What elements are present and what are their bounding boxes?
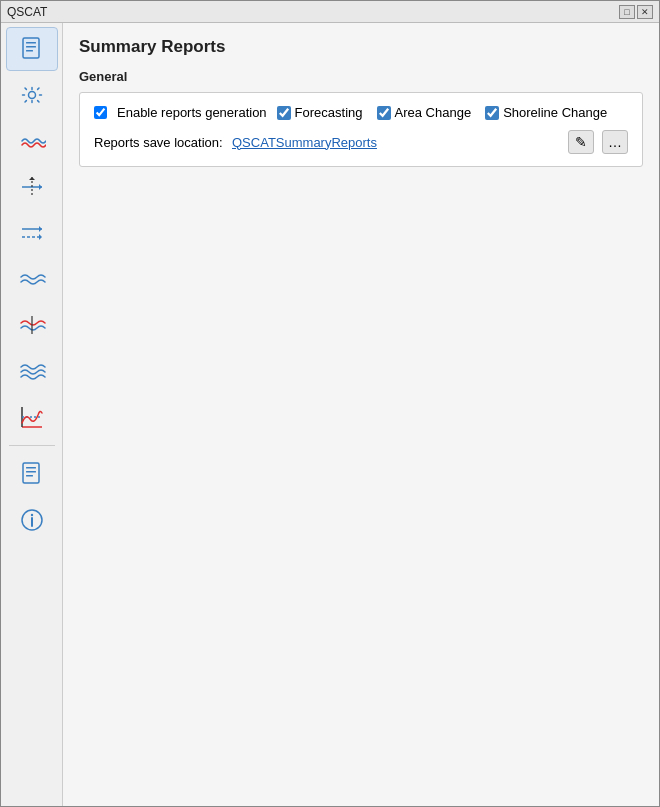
sidebar-item-summary[interactable]: [6, 452, 58, 496]
enable-reports-checkbox[interactable]: [94, 106, 107, 119]
save-location-link[interactable]: QSCATSummaryReports: [232, 135, 560, 150]
document-icon: [18, 35, 46, 63]
close-button[interactable]: ✕: [637, 5, 653, 19]
browse-location-button[interactable]: …: [602, 130, 628, 154]
window-title: QSCAT: [7, 5, 47, 19]
svg-rect-19: [26, 471, 36, 473]
svg-rect-2: [26, 46, 36, 48]
svg-marker-8: [29, 177, 35, 180]
page-title: Summary Reports: [79, 37, 643, 57]
report-types-row: Forecasting Area Change Shoreline Change: [277, 105, 608, 120]
titlebar-buttons: □ ✕: [619, 5, 653, 19]
edit-location-button[interactable]: ✎: [568, 130, 594, 154]
sidebar-item-wave3[interactable]: [6, 349, 58, 393]
svg-marker-6: [39, 184, 42, 190]
forecasting-checkbox-item: Forecasting: [277, 105, 363, 120]
sidebar-item-intersect[interactable]: [6, 257, 58, 301]
svg-marker-12: [39, 234, 42, 240]
sidebar-item-reports[interactable]: [6, 27, 58, 71]
main-window: QSCAT □ ✕: [0, 0, 660, 807]
area-change-label: Area Change: [395, 105, 472, 120]
content-area: Summary Reports General Enable reports g…: [63, 23, 659, 806]
sidebar-item-baseline[interactable]: [6, 165, 58, 209]
section-label: General: [79, 69, 643, 84]
forecasting-label: Forecasting: [295, 105, 363, 120]
svg-rect-18: [26, 467, 36, 469]
stats-icon: [18, 403, 46, 431]
baseline-icon: [18, 173, 46, 201]
shoreline-change-checkbox-item: Shoreline Change: [485, 105, 607, 120]
clip-icon: [18, 311, 46, 339]
enable-row: Enable reports generation Forecasting Ar…: [94, 105, 628, 120]
sidebar-divider: [9, 445, 55, 446]
svg-point-23: [30, 514, 32, 516]
sidebar-item-info[interactable]: [6, 498, 58, 542]
forecasting-checkbox[interactable]: [277, 106, 291, 120]
restore-button[interactable]: □: [619, 5, 635, 19]
shoreline-change-label: Shoreline Change: [503, 105, 607, 120]
save-location-label: Reports save location:: [94, 135, 224, 150]
svg-point-4: [28, 92, 35, 99]
enable-reports-label: Enable reports generation: [117, 105, 267, 120]
transect-icon: [18, 219, 46, 247]
info-icon: [18, 506, 46, 534]
svg-rect-3: [26, 50, 33, 52]
area-change-checkbox[interactable]: [377, 106, 391, 120]
sidebar-item-clip[interactable]: [6, 303, 58, 347]
titlebar: QSCAT □ ✕: [1, 1, 659, 23]
save-location-row: Reports save location: QSCATSummaryRepor…: [94, 130, 628, 154]
sidebar: [1, 23, 63, 806]
sidebar-item-stats[interactable]: [6, 395, 58, 439]
sidebar-item-transect[interactable]: [6, 211, 58, 255]
svg-rect-17: [23, 463, 39, 483]
svg-rect-1: [26, 42, 36, 44]
svg-rect-20: [26, 475, 33, 477]
gear-icon: [18, 81, 46, 109]
area-change-checkbox-item: Area Change: [377, 105, 472, 120]
intersect-icon: [18, 265, 46, 293]
shoreline-change-checkbox[interactable]: [485, 106, 499, 120]
sidebar-item-shoreline[interactable]: [6, 119, 58, 163]
doc2-icon: [18, 460, 46, 488]
reports-panel: Enable reports generation Forecasting Ar…: [79, 92, 643, 167]
svg-rect-0: [23, 38, 39, 58]
svg-marker-10: [39, 226, 42, 232]
wave3-icon: [18, 357, 46, 385]
sidebar-item-settings[interactable]: [6, 73, 58, 117]
main-layout: Summary Reports General Enable reports g…: [1, 23, 659, 806]
wave-icon: [18, 127, 46, 155]
